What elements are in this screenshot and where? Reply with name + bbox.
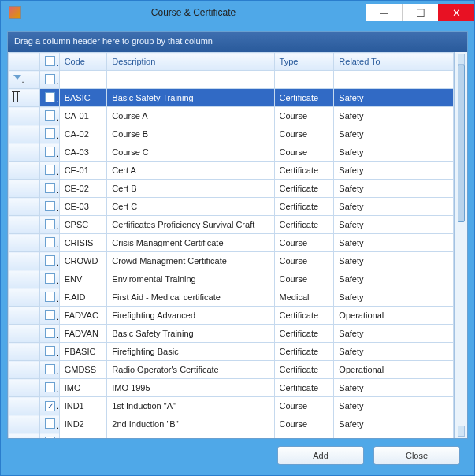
- minimize-button[interactable]: ─: [366, 4, 402, 21]
- row-checkbox-cell[interactable]: [40, 162, 59, 180]
- row-checkbox-cell[interactable]: [40, 288, 59, 307]
- cell-related_to[interactable]: Safety: [334, 143, 454, 162]
- row-checkbox-cell[interactable]: [40, 433, 59, 439]
- row-checkbox-cell[interactable]: [40, 252, 59, 270]
- row-checkbox-cell[interactable]: [40, 198, 59, 216]
- cell-type[interactable]: Certificate: [274, 198, 334, 216]
- vertical-scrollbar[interactable]: [455, 52, 467, 438]
- cell-code[interactable]: ENV: [59, 270, 107, 288]
- cell-type[interactable]: Course: [274, 143, 334, 162]
- cell-description[interactable]: Crowd Managment Certificate: [107, 252, 274, 270]
- cell-related_to[interactable]: Safety: [334, 89, 454, 107]
- table-row[interactable]: FADVANBasic Safety TrainingCertificateSa…: [9, 325, 454, 343]
- table-row[interactable]: CA-03Course CCourseSafety: [9, 143, 454, 162]
- cell-related_to[interactable]: Safety: [334, 234, 454, 252]
- table-row[interactable]: GMDSSRadio Operator's CertificateCertifi…: [9, 361, 454, 379]
- table-row[interactable]: IMOIMO 1995CertificateSafety: [9, 379, 454, 397]
- table-row[interactable]: F.AIDFirst Aid - Medical certificateMedi…: [9, 288, 454, 307]
- cell-related_to[interactable]: Safety: [334, 270, 454, 288]
- row-checkbox[interactable]: [45, 165, 55, 175]
- cell-type[interactable]: Certificate: [274, 180, 334, 198]
- row-selector[interactable]: [24, 433, 40, 439]
- cell-description[interactable]: Cert A: [107, 162, 274, 180]
- cell-description[interactable]: Course A: [107, 107, 274, 125]
- cell-type[interactable]: Certificate: [274, 89, 334, 107]
- cell-related_to[interactable]: Safety: [334, 162, 454, 180]
- row-checkbox[interactable]: [45, 147, 55, 157]
- cell-code[interactable]: IND1: [59, 397, 107, 415]
- cell-description[interactable]: Firefighting Advanced: [107, 307, 274, 325]
- filter-checkbox-cell[interactable]: [40, 71, 59, 89]
- filter-code[interactable]: [59, 71, 107, 89]
- cell-type[interactable]: Certificate: [274, 325, 334, 343]
- cell-description[interactable]: Cert B: [107, 180, 274, 198]
- row-selector[interactable]: [24, 288, 40, 307]
- cell-description[interactable]: First Aid - Medical certificate: [107, 288, 274, 307]
- cell-related_to[interactable]: Safety: [334, 252, 454, 270]
- table-row[interactable]: FADVACFirefighting AdvancedCertificateOp…: [9, 307, 454, 325]
- col-code[interactable]: Code: [59, 53, 107, 71]
- row-checkbox-cell[interactable]: [40, 379, 59, 397]
- row-selector[interactable]: [24, 107, 40, 125]
- row-selector[interactable]: [24, 252, 40, 270]
- row-selector[interactable]: [24, 216, 40, 234]
- table-row[interactable]: IND11st Induction "A"CourseSafety: [9, 397, 454, 415]
- cell-type[interactable]: Course: [274, 107, 334, 125]
- row-checkbox-cell[interactable]: [40, 325, 59, 343]
- row-checkbox-cell[interactable]: [40, 270, 59, 288]
- cell-description[interactable]: Course B: [107, 125, 274, 143]
- row-checkbox[interactable]: [45, 328, 55, 338]
- row-selector[interactable]: [24, 162, 40, 180]
- row-checkbox[interactable]: [45, 92, 55, 102]
- filter-type[interactable]: [274, 71, 334, 89]
- cell-code[interactable]: CA-02: [59, 125, 107, 143]
- cell-code[interactable]: CA-03: [59, 143, 107, 162]
- cell-code[interactable]: F.AID: [59, 288, 107, 307]
- row-checkbox[interactable]: [45, 292, 55, 302]
- table-row[interactable]: CROWDCrowd Managment CertificateCourseSa…: [9, 252, 454, 270]
- cell-code[interactable]: IND2: [59, 415, 107, 433]
- cell-code[interactable]: CA-01: [59, 107, 107, 125]
- row-selector[interactable]: [24, 143, 40, 162]
- scroll-thumb[interactable]: [458, 65, 465, 222]
- table-row[interactable]: CPSCCertificates Proficiency Survival Cr…: [9, 216, 454, 234]
- cell-code[interactable]: CE-01: [59, 162, 107, 180]
- cell-description[interactable]: Enviromental Training: [107, 270, 274, 288]
- table-row[interactable]: BASICBasic Safety TrainingCertificateSaf…: [9, 89, 454, 107]
- cell-code[interactable]: FADVAN: [59, 325, 107, 343]
- row-checkbox[interactable]: [45, 310, 55, 320]
- row-selector[interactable]: [24, 397, 40, 415]
- cell-description[interactable]: 1st Induction "A": [107, 397, 274, 415]
- row-checkbox[interactable]: [45, 382, 55, 392]
- row-checkbox[interactable]: [45, 183, 55, 193]
- cell-related_to[interactable]: Operational: [334, 361, 454, 379]
- cell-related_to[interactable]: Safety: [334, 107, 454, 125]
- cell-related_to[interactable]: Safety: [334, 343, 454, 361]
- row-selector[interactable]: [24, 270, 40, 288]
- row-checkbox[interactable]: [45, 364, 55, 374]
- row-checkbox[interactable]: [45, 237, 55, 247]
- row-selector[interactable]: [24, 415, 40, 433]
- cell-type[interactable]: Certificate: [274, 307, 334, 325]
- row-checkbox-cell[interactable]: [40, 343, 59, 361]
- row-selector[interactable]: [24, 361, 40, 379]
- cell-description[interactable]: Course C: [107, 143, 274, 162]
- cell-description[interactable]: 2nd Induction "B": [107, 415, 274, 433]
- cell-type[interactable]: Certificate: [274, 361, 334, 379]
- cell-type[interactable]: Certificate: [274, 343, 334, 361]
- cell-type[interactable]: Certificate: [274, 379, 334, 397]
- cell-description[interactable]: Basic Safety Training: [107, 89, 274, 107]
- header-checkbox[interactable]: [45, 56, 55, 66]
- row-checkbox-cell[interactable]: [40, 397, 59, 415]
- cell-related_to[interactable]: Safety: [334, 198, 454, 216]
- row-checkbox[interactable]: [45, 418, 55, 429]
- cell-code[interactable]: FBASIC: [59, 343, 107, 361]
- cell-code[interactable]: BASIC: [59, 89, 107, 107]
- row-checkbox[interactable]: [45, 437, 55, 439]
- row-checkbox[interactable]: [45, 201, 55, 211]
- cell-code[interactable]: CPSC: [59, 216, 107, 234]
- close-button[interactable]: Close: [373, 446, 460, 465]
- table-row[interactable]: CE-03Cert CCertificateSafety: [9, 198, 454, 216]
- group-panel[interactable]: Drag a column header here to group by th…: [8, 32, 467, 52]
- row-checkbox-cell[interactable]: [40, 234, 59, 252]
